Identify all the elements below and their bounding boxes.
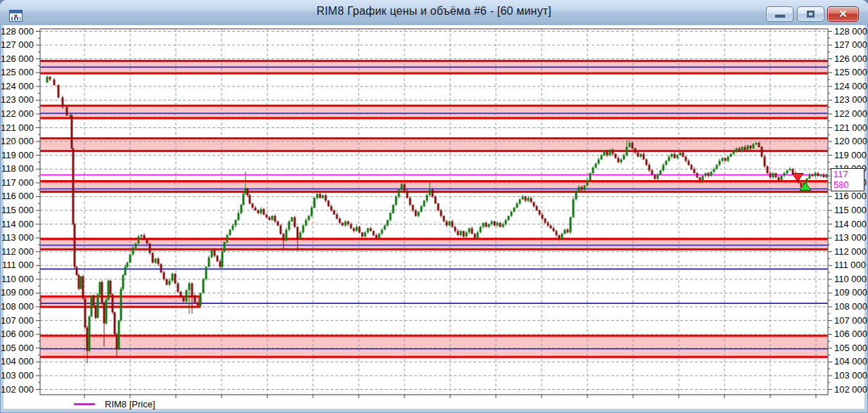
candle-body <box>186 291 188 302</box>
candle-body <box>336 215 338 219</box>
y-axis-label: 103 000 <box>834 370 867 381</box>
candle-body <box>158 259 160 265</box>
y-axis-label: 120 000 <box>834 136 867 146</box>
candle-body <box>138 236 140 243</box>
candle-body <box>214 250 216 256</box>
candle-body <box>291 217 293 222</box>
candle-body <box>288 222 291 230</box>
candle-body <box>432 190 434 197</box>
candle-body <box>550 226 552 229</box>
y-axis-label: 118 000 <box>1 163 34 174</box>
sell-arrow-marker <box>792 173 803 181</box>
candle-body <box>174 274 177 284</box>
price-zone-fill <box>37 106 831 118</box>
candle-body <box>606 151 608 155</box>
candle-body <box>528 198 530 201</box>
y-axis-label: 116 000 <box>834 191 867 201</box>
candle-body <box>277 222 279 226</box>
candle-body <box>255 208 257 210</box>
candle-body <box>135 243 137 248</box>
y-axis-label: 126 000 <box>834 53 867 64</box>
candle-body <box>172 274 174 281</box>
candle-body <box>252 203 254 208</box>
legend-series-label: RIM8 [Price] <box>105 399 155 409</box>
candle-body <box>74 224 76 267</box>
candle-body <box>370 228 372 231</box>
candle-body <box>595 163 597 167</box>
candle-body <box>618 158 620 163</box>
candle-body <box>705 173 707 176</box>
candle-body <box>491 222 493 224</box>
y-axis-label: 113 000 <box>1 232 34 243</box>
y-axis-label: 106 000 <box>1 329 34 339</box>
y-axis-label: 125 000 <box>1 67 34 77</box>
candle-body <box>359 227 361 232</box>
candle-body <box>544 219 547 223</box>
candle-body <box>589 173 592 180</box>
candle-body <box>331 206 333 210</box>
price-zone-fill <box>37 239 831 250</box>
legend-series-swatch <box>74 403 95 405</box>
candle-body <box>418 212 420 216</box>
candle-body <box>533 202 535 206</box>
candle-body <box>232 226 234 230</box>
candle-body <box>319 194 321 198</box>
candle-body <box>423 201 426 206</box>
candle-body <box>575 191 577 200</box>
candle-body <box>646 160 648 165</box>
candle-body <box>143 235 146 239</box>
candle-body <box>387 220 389 226</box>
restore-button[interactable] <box>797 6 824 22</box>
candle-body <box>733 151 735 154</box>
y-axis-label: 104 000 <box>1 356 34 367</box>
candle-body <box>688 161 690 165</box>
y-axis-label: 125 000 <box>834 67 867 77</box>
title-bar[interactable]: RIM8 График цены и объёма #6 - [60 минут… <box>0 0 868 25</box>
y-axis-label: 102 000 <box>1 384 34 395</box>
y-axis-label: 106 000 <box>834 329 867 339</box>
candle-body <box>229 229 231 235</box>
candle-body <box>283 234 285 241</box>
candle-body <box>114 312 116 334</box>
y-axis-label: 124 000 <box>1 81 34 91</box>
close-button[interactable]: ✕ <box>827 6 859 22</box>
candle-body <box>238 213 240 220</box>
y-axis-label: 120 000 <box>1 136 34 146</box>
y-axis-label: 102 000 <box>834 384 867 395</box>
candle-body <box>129 255 132 263</box>
candle-body <box>381 229 383 234</box>
candle-body <box>471 228 473 234</box>
y-axis-label: 122 000 <box>1 108 34 119</box>
y-axis-label: 105 000 <box>1 343 34 353</box>
candle-body <box>744 147 746 150</box>
legend[interactable]: RIM8 [Price] <box>74 398 155 409</box>
candle-body <box>629 143 631 147</box>
candle-body <box>758 143 760 147</box>
candle-body <box>409 198 411 205</box>
application-window: RIM8 График цены и объёма #6 - [60 минут… <box>0 0 868 413</box>
candle-body <box>247 189 249 196</box>
candle-body <box>353 228 355 231</box>
candle-body <box>183 297 185 301</box>
price-chart-plot[interactable] <box>4 25 864 409</box>
candle-body <box>421 206 423 212</box>
candle-body <box>815 173 817 176</box>
close-icon: ✕ <box>838 8 848 20</box>
candle-body <box>598 160 600 164</box>
candle-body <box>80 277 82 289</box>
candle-body <box>626 147 628 155</box>
candle-body <box>46 77 49 82</box>
minimize-button[interactable] <box>766 6 793 22</box>
y-axis-label: 110 000 <box>1 274 34 284</box>
candle-body <box>260 209 262 213</box>
candle-body <box>305 220 307 226</box>
candle-body <box>513 208 516 212</box>
candle-body <box>806 179 808 183</box>
candle-body <box>93 296 95 305</box>
candle-body <box>651 170 653 174</box>
candle-body <box>573 199 575 217</box>
y-axis-label: 127 000 <box>834 39 867 50</box>
candle-body <box>266 215 268 217</box>
candle-body <box>226 235 229 242</box>
candle-body <box>727 157 729 161</box>
